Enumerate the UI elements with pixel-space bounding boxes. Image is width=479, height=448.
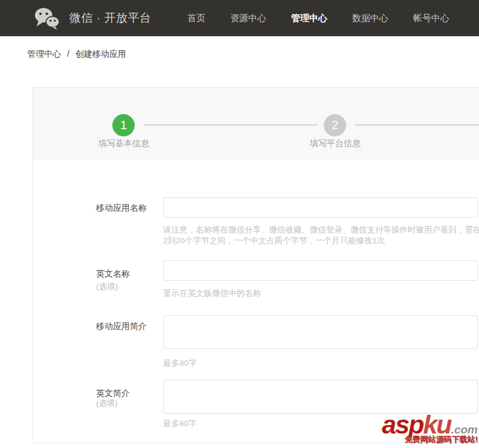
step-connector-2 <box>355 124 479 126</box>
brand-title: 微信 · 开放平台 <box>69 10 151 26</box>
breadcrumb-current: 创建移动应用 <box>76 49 126 59</box>
breadcrumb-parent[interactable]: 管理中心 <box>27 49 61 59</box>
step-2-circle: 2 <box>324 114 346 136</box>
english-name-hint: 显示在英文版微信中的名称 <box>163 288 479 299</box>
english-name-input[interactable] <box>163 260 478 281</box>
english-name-optional-tag: (选填) <box>96 281 118 292</box>
nav-resource-center[interactable]: 资源中心 <box>230 13 266 24</box>
english-name-label: 英文名称 <box>96 269 130 280</box>
step-1-circle: 1 <box>112 114 135 136</box>
nav-home[interactable]: 首页 <box>187 13 205 24</box>
app-name-hint: 请注意，名称将在微信分享、微信收藏、微信登录、微信支付等操作时被用户看到，需在2… <box>163 225 479 246</box>
create-mobile-app-card: 1 2 填写基本信息 填写平台信息 移动应用名称 请注意，名称将在微信分享、微信… <box>33 87 479 443</box>
app-name-input[interactable] <box>163 197 478 218</box>
nav-data-center[interactable]: 数据中心 <box>352 13 388 24</box>
top-nav-bar: 微信 · 开放平台 首页 资源中心 管理中心 数据中心 帐号中心 <box>0 0 479 36</box>
step-1-label: 填写基本信息 <box>76 138 172 149</box>
app-intro-hint: 最多80字 <box>163 358 479 369</box>
stepper: 1 2 填写基本信息 填写平台信息 <box>33 88 479 160</box>
step-connector-1 <box>144 124 318 126</box>
nav-management-center[interactable]: 管理中心 <box>291 13 327 24</box>
step-2-label: 填写平台信息 <box>287 138 384 149</box>
english-intro-textarea[interactable] <box>163 380 478 414</box>
wechat-logo-icon <box>33 6 61 30</box>
english-intro-hint: 最多80字 <box>163 418 479 429</box>
app-intro-label: 移动应用简介 <box>96 321 147 332</box>
breadcrumb: 管理中心 / 创建移动应用 <box>27 49 126 60</box>
app-name-label: 移动应用名称 <box>96 203 147 214</box>
english-intro-optional-tag: (选填) <box>96 398 118 409</box>
main-nav: 首页 资源中心 管理中心 数据中心 帐号中心 <box>187 13 479 24</box>
nav-account-center[interactable]: 帐号中心 <box>413 13 449 24</box>
app-intro-textarea[interactable] <box>163 315 478 349</box>
breadcrumb-separator: / <box>67 49 69 59</box>
